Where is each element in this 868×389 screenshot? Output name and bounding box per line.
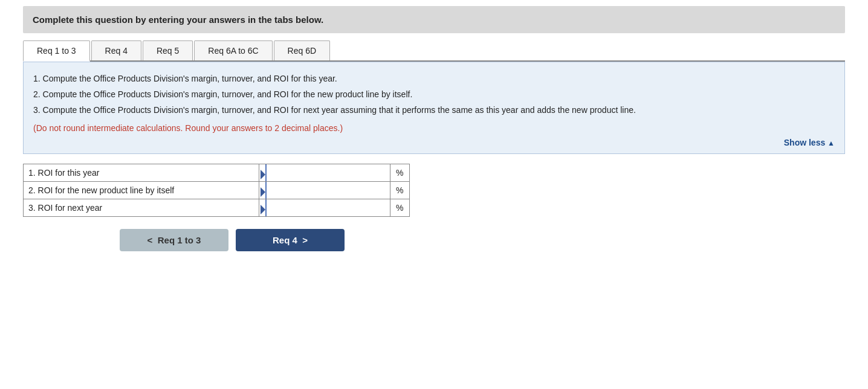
arrow-up-icon: ▲ xyxy=(828,139,835,147)
row3-input-cell xyxy=(259,199,390,217)
header-text: Complete this question by entering your … xyxy=(33,14,323,25)
row1-percent: % xyxy=(390,164,410,182)
table-row: 2. ROI for the new product line by itsel… xyxy=(24,182,410,199)
row2-input-cell xyxy=(259,182,390,199)
prev-button-label: Req 1 to 3 xyxy=(158,235,201,245)
tab-req6ato6c[interactable]: Req 6A to 6C xyxy=(194,40,272,60)
row3-input[interactable] xyxy=(265,199,390,216)
table-row: 3. ROI for next year % xyxy=(24,199,410,217)
instruction-line2: 2. Compute the Office Products Division'… xyxy=(33,88,835,102)
row3-triangle-icon xyxy=(261,205,265,214)
row1-input-cell xyxy=(259,164,390,182)
show-less-button[interactable]: Show less ▲ xyxy=(33,138,835,147)
tab-req1to3[interactable]: Req 1 to 3 xyxy=(23,40,90,62)
instruction-line1: 1. Compute the Office Products Division'… xyxy=(33,72,835,86)
table-row: 1. ROI for this year % xyxy=(24,164,410,182)
row1-triangle-icon xyxy=(261,170,265,179)
prev-chevron-icon: < xyxy=(147,235,153,245)
instruction-line3: 3. Compute the Office Products Division'… xyxy=(33,103,835,118)
tab-req4[interactable]: Req 4 xyxy=(91,40,141,60)
next-button[interactable]: Req 4 > xyxy=(236,229,345,251)
row2-label: 2. ROI for the new product line by itsel… xyxy=(24,182,259,199)
row1-input[interactable] xyxy=(265,164,390,181)
tab-req5[interactable]: Req 5 xyxy=(143,40,193,60)
show-less-label: Show less xyxy=(784,138,825,147)
roi-table: 1. ROI for this year % 2. ROI for the ne… xyxy=(23,164,410,217)
content-area: 1. Compute the Office Products Division'… xyxy=(23,62,845,154)
next-chevron-icon: > xyxy=(302,235,308,245)
tab-req6d[interactable]: Req 6D xyxy=(274,40,330,60)
next-button-label: Req 4 xyxy=(273,235,297,245)
row3-label: 3. ROI for next year xyxy=(24,199,259,217)
instruction-header: Complete this question by entering your … xyxy=(23,6,845,33)
row3-percent: % xyxy=(390,199,410,217)
row2-percent: % xyxy=(390,182,410,199)
row2-input[interactable] xyxy=(265,182,390,199)
nav-buttons: < Req 1 to 3 Req 4 > xyxy=(23,229,845,251)
tabs-container: Req 1 to 3 Req 4 Req 5 Req 6A to 6C Req … xyxy=(23,40,845,62)
prev-button[interactable]: < Req 1 to 3 xyxy=(120,229,228,251)
rounding-note: (Do not round intermediate calculations.… xyxy=(33,123,835,133)
row1-label: 1. ROI for this year xyxy=(24,164,259,182)
row2-triangle-icon xyxy=(261,187,265,197)
instructions: 1. Compute the Office Products Division'… xyxy=(33,72,835,117)
